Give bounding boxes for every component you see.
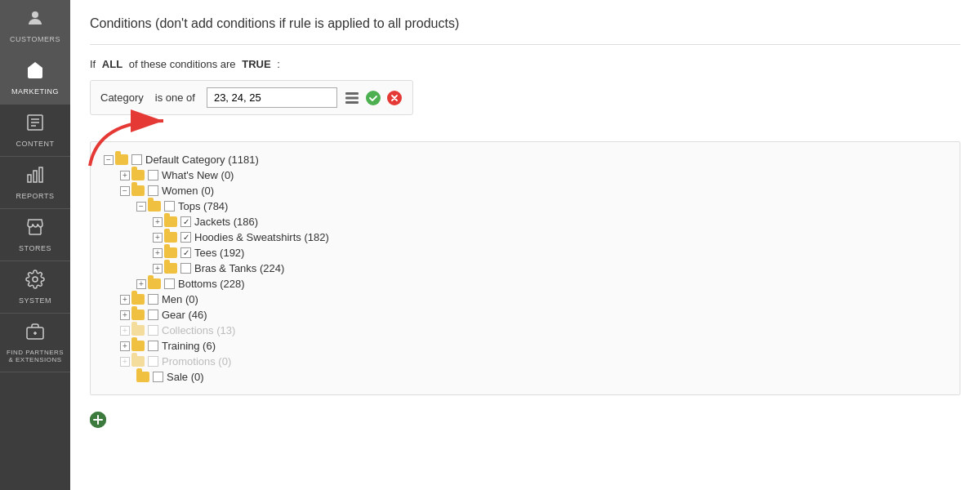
toggle-bras-tanks[interactable]: + <box>153 264 163 274</box>
tree-node-training: + Training (6) <box>120 338 947 354</box>
condition-operator: is one of <box>155 91 195 104</box>
checkbox-collections[interactable] <box>148 325 158 336</box>
condition-true: TRUE <box>242 58 270 70</box>
marketing-icon <box>25 60 45 84</box>
sidebar-item-stores-label: STORES <box>19 244 51 252</box>
checkbox-jackets[interactable]: ✓ <box>180 216 191 227</box>
toggle-women[interactable]: − <box>120 186 130 196</box>
label-tops: Tops (784) <box>178 200 228 212</box>
toggle-default-category[interactable]: − <box>104 155 114 165</box>
checkbox-promotions[interactable] <box>148 356 158 367</box>
toggle-jackets[interactable]: + <box>153 217 163 227</box>
sidebar-item-marketing[interactable]: MARKETING <box>0 52 70 105</box>
toggle-training[interactable]: + <box>120 341 130 351</box>
checkbox-bottoms[interactable] <box>164 278 175 289</box>
remove-icon-btn[interactable] <box>386 90 403 106</box>
accept-icon-btn[interactable] <box>365 90 381 106</box>
tree-node-gear: + Gear (46) <box>120 307 947 323</box>
svg-rect-5 <box>28 175 31 182</box>
tree-node-collections: + Collections (13) <box>120 323 947 338</box>
customers-icon <box>25 8 45 32</box>
condition-row-header: If ALL of these conditions are TRUE : <box>90 58 960 70</box>
checkbox-tees[interactable]: ✓ <box>180 247 191 258</box>
sidebar-item-find-partners[interactable]: FIND PARTNERS & EXTENSIONS <box>0 314 70 372</box>
checkbox-default-category[interactable] <box>131 154 142 165</box>
label-training: Training (6) <box>162 340 216 352</box>
condition-actions <box>344 90 403 106</box>
label-collections: Collections (13) <box>162 324 235 336</box>
reports-icon <box>25 165 45 189</box>
sidebar-item-customers[interactable]: CUSTOMERS <box>0 0 70 52</box>
list-icon-btn[interactable] <box>344 90 360 106</box>
tree-node-default-category: − Default Category (1181) <box>104 152 947 167</box>
label-men: Men (0) <box>162 293 198 305</box>
toggle-gear[interactable]: + <box>120 310 130 320</box>
tree-node-sale: Sale (0) <box>120 369 947 385</box>
svg-rect-11 <box>345 92 359 95</box>
sidebar-item-reports[interactable]: REPORTS <box>0 157 70 209</box>
tree-node-whats-new: + What's New (0) <box>120 167 947 183</box>
sidebar-item-reports-label: REPORTS <box>16 192 55 200</box>
condition-rule: Category is one of <box>90 80 413 115</box>
svg-point-0 <box>32 11 38 18</box>
condition-all: ALL <box>102 58 122 70</box>
toggle-bottoms[interactable]: + <box>136 279 146 289</box>
condition-prefix: If <box>90 58 96 70</box>
label-default-category: Default Category (1181) <box>145 154 259 166</box>
sidebar-item-marketing-label: MARKETING <box>11 87 59 96</box>
condition-label: Category <box>100 91 144 104</box>
sidebar-item-content[interactable]: CONTENT <box>0 105 70 157</box>
checkbox-hoodies[interactable]: ✓ <box>180 232 191 243</box>
tree-children-women: − Tops (784) + ✓ Jackets (186) + <box>120 198 947 292</box>
toggle-hoodies[interactable]: + <box>153 233 163 243</box>
tree-node-hoodies: + ✓ Hoodies & Sweatshirts (182) <box>153 229 947 245</box>
checkbox-men[interactable] <box>148 294 158 305</box>
tree-node-jackets: + ✓ Jackets (186) <box>153 214 947 229</box>
checkbox-whats-new[interactable] <box>148 170 158 180</box>
label-gear: Gear (46) <box>162 309 207 321</box>
tree-node-women: − Women (0) <box>120 183 947 198</box>
checkbox-tops[interactable] <box>164 201 175 212</box>
toggle-tops[interactable]: − <box>136 202 146 212</box>
add-condition-area <box>90 412 960 428</box>
sidebar-item-content-label: CONTENT <box>16 140 55 148</box>
label-jackets: Jackets (186) <box>194 216 258 228</box>
tree-children-tops: + ✓ Jackets (186) + ✓ Hoodies & Sweatshi… <box>136 214 947 276</box>
main-content: Conditions (don't add conditions if rule… <box>70 0 980 490</box>
tree-node-promotions: + Promotions (0) <box>120 354 947 369</box>
label-whats-new: What's New (0) <box>162 169 234 181</box>
label-women: Women (0) <box>162 185 214 197</box>
toggle-promotions[interactable]: + <box>120 357 130 367</box>
checkbox-bras-tanks[interactable] <box>180 263 191 274</box>
label-tees: Tees (192) <box>194 247 244 259</box>
label-hoodies: Hoodies & Sweatshirts (182) <box>194 231 329 243</box>
checkbox-gear[interactable] <box>148 310 158 320</box>
stores-icon <box>25 217 45 241</box>
sidebar-item-system[interactable]: SYSTEM <box>0 261 70 314</box>
system-icon <box>25 270 45 293</box>
content-icon <box>25 113 45 136</box>
tree-children-default-category: + What's New (0) − Women (0) − Tops (784… <box>104 167 947 385</box>
svg-rect-6 <box>33 171 37 182</box>
svg-point-8 <box>33 277 38 282</box>
condition-middle: of these conditions are <box>129 58 236 70</box>
checkbox-training[interactable] <box>148 341 158 351</box>
svg-rect-13 <box>345 101 359 104</box>
condition-value-input[interactable] <box>207 87 337 108</box>
toggle-whats-new[interactable]: + <box>120 171 130 180</box>
add-condition-btn[interactable] <box>90 412 106 428</box>
sidebar-item-system-label: SYSTEM <box>19 296 51 305</box>
checkbox-sale[interactable] <box>153 372 163 382</box>
label-bottoms: Bottoms (228) <box>178 278 245 290</box>
toggle-collections[interactable]: + <box>120 326 130 336</box>
tree-node-men: + Men (0) <box>120 292 947 307</box>
toggle-tees[interactable]: + <box>153 248 163 258</box>
condition-suffix: : <box>277 58 280 70</box>
toggle-men[interactable]: + <box>120 295 130 305</box>
sidebar-item-stores[interactable]: STORES <box>0 209 70 261</box>
sidebar-item-customers-label: CUSTOMERS <box>10 35 60 43</box>
label-sale: Sale (0) <box>167 371 204 383</box>
svg-rect-7 <box>39 167 42 182</box>
svg-point-14 <box>366 91 381 105</box>
checkbox-women[interactable] <box>148 185 158 196</box>
